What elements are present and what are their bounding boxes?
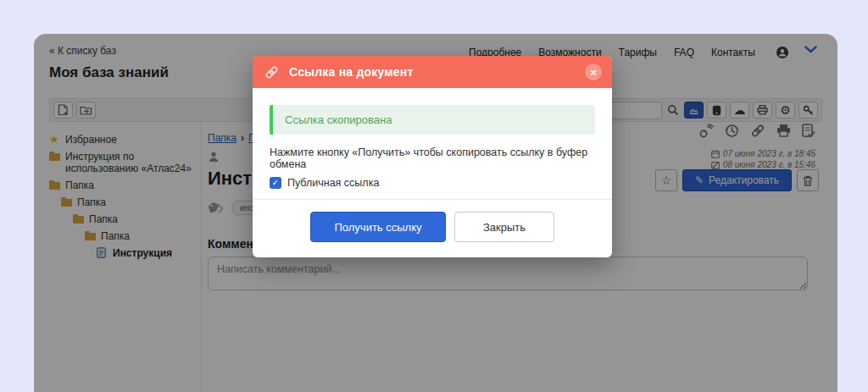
page: « К списку баз Подробнее Возможности Тар… (0, 0, 868, 392)
modal-title: Ссылка на документ (289, 65, 413, 79)
link-icon (264, 65, 279, 80)
modal-footer: Получить ссылку Закрыть (253, 200, 612, 257)
public-link-label: Публичная ссылка (287, 177, 379, 189)
modal-header: Ссылка на документ × (253, 56, 612, 88)
public-link-checkbox-row[interactable]: ✓ Публичная ссылка (270, 177, 595, 189)
link-modal: Ссылка на документ × Ссылка скопирована … (253, 56, 612, 257)
modal-hint-text: Нажмите кнопку «Получить» чтобы скопиров… (270, 146, 595, 170)
public-link-checkbox[interactable]: ✓ (270, 177, 281, 189)
get-link-button[interactable]: Получить ссылку (310, 212, 446, 242)
close-icon[interactable]: × (585, 63, 602, 80)
copied-alert: Ссылка скопирована (270, 105, 595, 135)
close-button[interactable]: Закрыть (454, 212, 554, 242)
